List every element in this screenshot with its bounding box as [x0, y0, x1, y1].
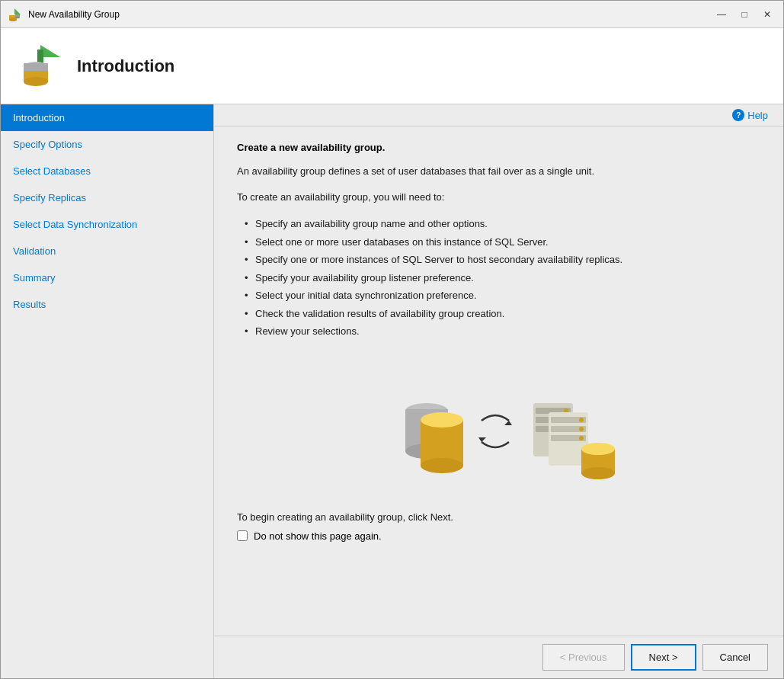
bullet-item-2: Select one or more user databases on thi… — [245, 233, 760, 251]
header-icon — [16, 42, 65, 91]
dont-show-checkbox[interactable] — [237, 530, 248, 541]
footer-text: To begin creating an availability group,… — [237, 511, 760, 523]
svg-point-19 — [421, 458, 463, 473]
help-link[interactable]: ? Help — [732, 109, 768, 121]
svg-rect-13 — [24, 63, 48, 71]
sidebar-item-select-databases[interactable]: Select Databases — [1, 158, 213, 184]
checkbox-row: Do not show this page again. — [237, 530, 760, 542]
content-body: Create a new availability group. An avai… — [214, 127, 783, 636]
sidebar-item-validation[interactable]: Validation — [1, 238, 213, 264]
bullet-item-7: Review your selections. — [245, 322, 760, 341]
next-button[interactable]: Next > — [631, 644, 696, 671]
svg-point-35 — [579, 427, 584, 431]
svg-point-20 — [421, 412, 463, 428]
svg-point-40 — [581, 443, 615, 455]
svg-marker-21 — [504, 421, 512, 425]
svg-point-11 — [24, 77, 48, 86]
svg-marker-0 — [14, 8, 21, 14]
content-panel: ? Help Create a new availability group. … — [214, 104, 783, 678]
page-title: Introduction — [77, 56, 174, 76]
illustration — [237, 351, 760, 511]
svg-marker-22 — [478, 437, 486, 442]
sidebar: Introduction Specify Options Select Data… — [1, 104, 214, 678]
app-icon — [7, 7, 22, 22]
illustration-svg — [354, 374, 644, 496]
svg-point-3 — [9, 18, 17, 21]
main-content: Introduction Specify Options Select Data… — [1, 104, 783, 678]
sidebar-item-specify-replicas[interactable]: Specify Replicas — [1, 184, 213, 211]
content-heading: Create a new availability group. — [237, 142, 760, 153]
content-paragraph1: An availability group defines a set of u… — [237, 164, 760, 179]
svg-point-34 — [579, 418, 584, 422]
maximize-button[interactable]: □ — [734, 7, 754, 22]
button-bar: < Previous Next > Cancel — [214, 636, 783, 678]
minimize-button[interactable]: — — [712, 7, 731, 22]
bullet-item-5: Select your initial data synchronization… — [245, 287, 760, 305]
sidebar-item-introduction[interactable]: Introduction — [1, 104, 213, 131]
svg-point-39 — [581, 467, 615, 479]
title-bar: New Availability Group — □ ✕ — [1, 1, 783, 28]
svg-point-6 — [15, 16, 20, 18]
bullet-item-3: Specify one or more instances of SQL Ser… — [245, 251, 760, 269]
dont-show-label[interactable]: Do not show this page again. — [254, 530, 382, 542]
bullet-item-6: Check the validation results of availabi… — [245, 305, 760, 323]
content-paragraph2: To create an availability group, you wil… — [237, 190, 760, 205]
bullet-item-4: Specify your availability group listener… — [245, 269, 760, 287]
cancel-button[interactable]: Cancel — [702, 644, 768, 671]
bullet-item-1: Specify an availability group name and o… — [245, 215, 760, 233]
svg-point-36 — [579, 436, 584, 440]
bullet-list: Specify an availability group name and o… — [237, 215, 760, 341]
close-button[interactable]: ✕ — [757, 7, 777, 22]
sidebar-item-results[interactable]: Results — [1, 291, 213, 318]
title-bar-text: New Availability Group — [28, 9, 712, 20]
help-bar: ? Help — [214, 104, 783, 127]
window-controls: — □ ✕ — [712, 7, 777, 22]
sidebar-item-specify-options[interactable]: Specify Options — [1, 131, 213, 158]
main-window: New Availability Group — □ ✕ Introductio… — [0, 0, 784, 679]
header-area: Introduction — [1, 28, 783, 104]
help-icon: ? — [732, 109, 744, 121]
sidebar-item-select-data-sync[interactable]: Select Data Synchronization — [1, 211, 213, 238]
sidebar-item-summary[interactable]: Summary — [1, 264, 213, 291]
previous-button[interactable]: < Previous — [542, 644, 625, 671]
